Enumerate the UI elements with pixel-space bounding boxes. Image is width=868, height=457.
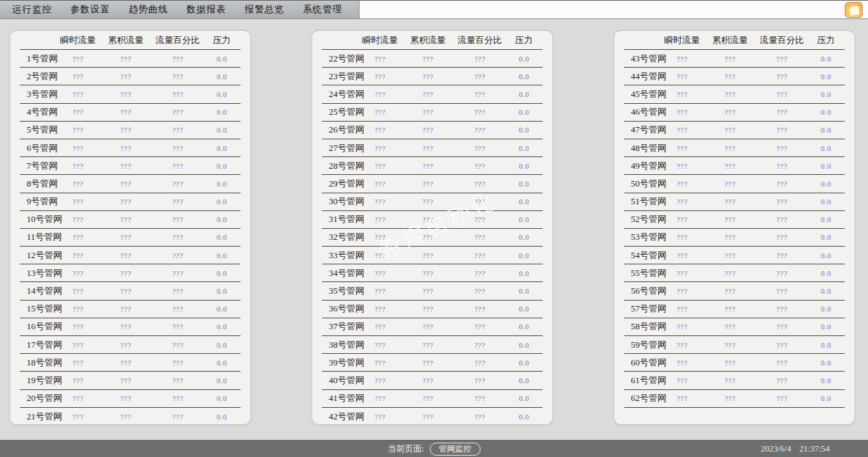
row-label: 8号管网 [20, 178, 58, 190]
instant-flow-value: ??? [662, 55, 702, 63]
flow-percent-value: ??? [758, 287, 806, 295]
pressure-value: 0.0 [504, 55, 544, 63]
row-label: 1号管网 [20, 53, 58, 65]
total-flow-value: ??? [98, 233, 154, 241]
total-flow-value: ??? [98, 72, 154, 81]
flow-percent-value: ??? [758, 72, 806, 81]
instant-flow-value: ??? [662, 90, 702, 98]
menu-item-parameter-settings[interactable]: 参数设置 [70, 3, 110, 16]
row-label: 34号管网 [322, 267, 360, 279]
table-row: 35号管网?????????0.0 [322, 282, 543, 300]
instant-flow-value: ??? [58, 322, 98, 331]
instant-flow-value: ??? [360, 322, 400, 331]
menu-item-data-reports[interactable]: 数据报表 [187, 3, 226, 16]
instant-flow-value: ??? [360, 180, 400, 188]
current-page-button[interactable]: 管网监控 [430, 443, 480, 456]
flow-percent-value: ??? [758, 180, 806, 188]
flow-percent-value: ??? [456, 215, 504, 223]
menu-item-trend-curves[interactable]: 趋势曲线 [128, 3, 168, 16]
flow-percent-value: ??? [456, 162, 504, 170]
table-row: 12号管网?????????0.0 [20, 247, 241, 264]
instant-flow-value: ??? [360, 269, 400, 277]
total-flow-value: ??? [98, 108, 154, 116]
time-text: 21:37:54 [800, 444, 830, 454]
flow-percent-value: ??? [758, 144, 806, 152]
row-label: 14号管网 [20, 285, 58, 297]
menu-item-alarm-overview[interactable]: 报警总览 [245, 3, 284, 16]
row-label: 29号管网 [322, 178, 360, 190]
flow-percent-value: ??? [758, 197, 806, 206]
flow-percent-value: ??? [154, 376, 202, 385]
table-row: 41号管网?????????0.0 [322, 390, 543, 408]
table-row: 19号管网?????????0.0 [20, 372, 241, 389]
row-label: 25号管网 [322, 106, 360, 118]
row-label: 62号管网 [624, 392, 662, 404]
pressure-value: 0.0 [806, 90, 846, 98]
pressure-value: 0.0 [504, 341, 544, 349]
instant-flow-value: ??? [58, 359, 98, 367]
table-row: 25号管网?????????0.0 [322, 104, 543, 122]
col-header-instant-flow: 瞬时流量 [360, 34, 400, 46]
total-flow-value: ??? [98, 287, 154, 295]
total-flow-value: ??? [702, 72, 758, 81]
table-row: 57号管网?????????0.0 [624, 301, 845, 318]
instant-flow-value: ??? [58, 90, 98, 98]
total-flow-value: ??? [98, 126, 154, 134]
instant-flow-value: ??? [662, 287, 702, 295]
instant-flow-value: ??? [360, 305, 400, 313]
row-label: 53号管网 [624, 231, 662, 243]
instant-flow-value: ??? [360, 287, 400, 295]
table-row: 42号管网?????????0.0 [322, 408, 543, 426]
table-row: 55号管网?????????0.0 [624, 264, 845, 282]
total-flow-value: ??? [98, 413, 154, 421]
row-label: 54号管网 [624, 249, 662, 262]
flow-percent-value: ??? [456, 108, 504, 116]
total-flow-value: ??? [400, 72, 456, 81]
flow-percent-value: ??? [154, 180, 202, 188]
total-flow-value: ??? [98, 305, 154, 313]
col-header-total-flow: 累积流量 [98, 34, 154, 46]
total-flow-value: ??? [400, 251, 456, 260]
row-label: 15号管网 [20, 303, 58, 315]
total-flow-value: ??? [98, 162, 154, 170]
row-label: 21号管网 [20, 411, 58, 423]
row-label: 48号管网 [624, 142, 662, 154]
flow-percent-value: ??? [456, 305, 504, 313]
instant-flow-value: ??? [662, 197, 702, 206]
table-row: 53号管网?????????0.0 [624, 229, 845, 247]
flow-percent-value: ??? [456, 287, 504, 295]
instant-flow-value: ??? [662, 322, 702, 331]
instant-flow-value: ??? [360, 341, 400, 349]
menu-item-system-management[interactable]: 系统管理 [303, 3, 342, 16]
total-flow-value: ??? [98, 341, 154, 349]
menu-item-operation-monitor[interactable]: 运行监控 [12, 3, 52, 16]
instant-flow-value: ??? [360, 376, 400, 385]
table-row: 32号管网?????????0.0 [322, 229, 543, 247]
pressure-value: 0.0 [504, 108, 544, 116]
instant-flow-value: ??? [58, 233, 98, 241]
col-header-instant-flow: 瞬时流量 [58, 34, 98, 46]
table-row: 34号管网?????????0.0 [322, 264, 543, 282]
table-row: 17号管网?????????0.0 [20, 336, 241, 354]
pressure-value: 0.0 [806, 394, 846, 402]
flow-percent-value: ??? [456, 90, 504, 98]
pressure-value: 0.0 [504, 180, 544, 188]
table-row: 62号管网?????????0.0 [624, 390, 845, 408]
flow-percent-value: ??? [456, 55, 504, 63]
pressure-value: 0.0 [202, 197, 242, 206]
row-label: 26号管网 [322, 124, 360, 136]
row-label: 38号管网 [322, 339, 360, 351]
table-row: 31号管网?????????0.0 [322, 211, 543, 229]
instant-flow-value: ??? [58, 269, 98, 277]
pressure-value: 0.0 [504, 72, 544, 81]
instant-flow-value: ??? [662, 108, 702, 116]
pressure-value: 0.0 [504, 376, 544, 385]
table-row: 48号管网?????????0.0 [624, 139, 845, 157]
folder-icon[interactable] [845, 2, 863, 18]
instant-flow-value: ??? [360, 72, 400, 81]
col-header-total-flow: 累积流量 [400, 34, 456, 46]
total-flow-value: ??? [400, 287, 456, 295]
instant-flow-value: ??? [360, 413, 400, 421]
col-header-pressure: 压力 [202, 34, 242, 46]
pipe-network-table-2: 瞬时流量 累积流量 流量百分比 压力 22号管网?????????0.023号管… [312, 30, 553, 425]
